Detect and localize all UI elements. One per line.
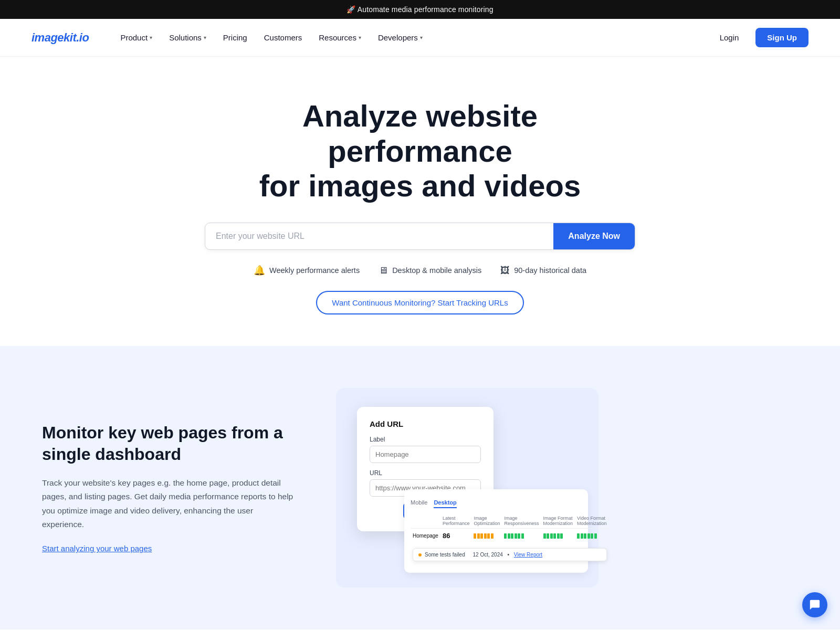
row-vid-fmt <box>575 529 609 543</box>
img-resp-bars <box>504 533 539 539</box>
nav-item-customers[interactable]: Customers <box>258 29 309 46</box>
col-img-opt: ImageOptimization <box>471 513 502 529</box>
nav-item-developers[interactable]: Developers ▾ <box>372 29 429 46</box>
col-vid-fmt: Video FormatModernization <box>575 513 609 529</box>
cta-tracking-link[interactable]: Want Continuous Monitoring? Start Tracki… <box>316 291 523 314</box>
nav-auth: Login Sign Up <box>709 28 808 47</box>
label-field-label: Label <box>370 436 481 443</box>
logo[interactable]: imagekit.io <box>32 31 89 45</box>
bell-icon: 🔔 <box>254 265 265 276</box>
tab-desktop[interactable]: Desktop <box>434 498 456 508</box>
url-input[interactable] <box>205 223 553 249</box>
image-icon: 🖼 <box>500 265 510 276</box>
banner-text: Automate media performance monitoring <box>358 5 494 14</box>
nav-item-solutions[interactable]: Solutions ▾ <box>163 29 213 46</box>
feature-cta-link[interactable]: Start analyzing your web pages <box>42 544 152 553</box>
modal-title: Add URL <box>370 419 481 428</box>
warning-dot <box>418 553 422 556</box>
feature-description: Track your website's key pages e.g. the … <box>42 476 294 531</box>
hero-section: Analyze website performance for images a… <box>0 57 840 346</box>
nav-item-pricing[interactable]: Pricing <box>217 29 254 46</box>
top-banner: 🚀 Automate media performance monitoring <box>0 0 840 19</box>
tooltip-text: Some tests failed <box>425 552 465 558</box>
feature-item-history: 🖼 90-day historical data <box>500 265 586 276</box>
analyze-button[interactable]: Analyze Now <box>553 223 635 249</box>
chat-widget[interactable] <box>802 592 827 617</box>
col-img-fmt: Image FormatModernization <box>541 513 575 529</box>
login-button[interactable]: Login <box>709 29 750 46</box>
row-img-opt <box>471 529 502 543</box>
banner-emoji: 🚀 <box>346 5 355 14</box>
desktop-icon: 🖥 <box>379 265 388 276</box>
url-form: Analyze Now <box>205 223 635 250</box>
img-fmt-bars <box>543 533 573 539</box>
col-latest: LatestPerformance <box>440 513 472 529</box>
row-img-resp <box>502 529 541 543</box>
feature-section: Monitor key web pages from a single dash… <box>0 346 840 629</box>
chevron-down-icon: ▾ <box>204 35 206 40</box>
url-field-label: URL <box>370 469 481 477</box>
chevron-down-icon: ▾ <box>150 35 152 40</box>
col-img-resp: ImageResponsiveness <box>502 513 541 529</box>
nav-links: Product ▾ Solutions ▾ Pricing Customers … <box>114 29 709 46</box>
tab-mobile[interactable]: Mobile <box>411 498 427 508</box>
hero-heading: Analyze website performance for images a… <box>215 99 625 204</box>
label-input[interactable] <box>370 446 481 463</box>
nav-item-resources[interactable]: Resources ▾ <box>312 29 368 46</box>
chat-icon <box>809 599 821 611</box>
tooltip: Some tests failed 12 Oct, 2024 • View Re… <box>413 548 607 561</box>
table-tooltip-row: Some tests failed 12 Oct, 2024 • View Re… <box>411 543 609 564</box>
row-label: Homepage <box>411 529 440 543</box>
hero-features: 🔔 Weekly performance alerts 🖥 Desktop & … <box>21 265 819 276</box>
row-score: 86 <box>440 529 472 543</box>
feature-item-desktop: 🖥 Desktop & mobile analysis <box>379 265 481 276</box>
feature-heading: Monitor key web pages from a single dash… <box>42 422 294 466</box>
performance-table: LatestPerformance ImageOptimization Imag… <box>411 513 609 564</box>
mock-tabs: Mobile Desktop <box>411 498 582 508</box>
feature-text: Monitor key web pages from a single dash… <box>42 422 294 554</box>
navbar: imagekit.io Product ▾ Solutions ▾ Pricin… <box>0 19 840 57</box>
col-page <box>411 513 440 529</box>
table-card: Mobile Desktop LatestPerformance ImageOp… <box>404 489 588 573</box>
row-img-fmt <box>541 529 575 543</box>
img-opt-bars <box>474 533 500 539</box>
signup-button[interactable]: Sign Up <box>755 28 808 47</box>
table-row: Homepage 86 <box>411 529 609 543</box>
chevron-down-icon: ▾ <box>359 35 361 40</box>
nav-item-product[interactable]: Product ▾ <box>114 29 159 46</box>
tooltip-view-link[interactable]: View Report <box>514 552 542 558</box>
chevron-down-icon: ▾ <box>420 35 423 40</box>
feature-item-alerts: 🔔 Weekly performance alerts <box>254 265 360 276</box>
tooltip-date: 12 Oct, 2024 <box>473 552 503 558</box>
dashboard-mockup: Add URL Label URL Submit Cancel Mobile D… <box>336 388 598 587</box>
vid-fmt-bars <box>577 533 607 539</box>
